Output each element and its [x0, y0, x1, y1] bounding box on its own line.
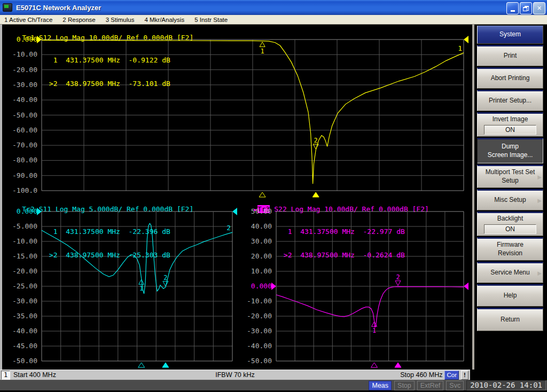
softkey-misc-setup[interactable]: Misc Setup ▶ [477, 189, 543, 210]
restore-button[interactable] [520, 2, 532, 14]
marker-glyph[interactable] [260, 42, 265, 47]
marker-stimulus-triangle[interactable] [259, 192, 265, 197]
restore-icon [523, 6, 529, 11]
marker-stimulus-triangle[interactable] [371, 363, 378, 367]
marker2-readout: >2 438.97500 MHz -0.2624 dB [279, 252, 405, 260]
softkey-return[interactable]: Return [477, 308, 543, 331]
correction-status-badge: Cor [444, 371, 459, 380]
y-axis-label: -30.00 [0, 297, 37, 305]
menu-mkr-analysis[interactable]: 4 Mkr/Analysis [144, 17, 184, 23]
marker2-readout: >2 438.97500 MHz -25.303 dB [45, 252, 170, 260]
y-axis-label: -30.00 [0, 81, 37, 89]
marker-glyph[interactable] [163, 281, 168, 286]
y-axis-label: -80.00 [0, 156, 37, 164]
close-button[interactable]: ✕ [533, 2, 545, 14]
y-axis-label: -10.00 [0, 237, 37, 246]
softkey-value: ON [484, 125, 536, 135]
sweep-stop-badge: Stop [394, 381, 415, 390]
menu-stimulus[interactable]: 3 Stimulus [106, 17, 135, 23]
trace2-marker-readout: 1 431.37500 MHz -22.396 dB >2 438.97500 … [45, 213, 170, 275]
menu-instr-state[interactable]: 5 Instr State [194, 17, 228, 23]
ref-level-arrow-right [464, 36, 468, 43]
marker-stimulus-triangle[interactable] [312, 192, 319, 197]
menu-active-ch-trace[interactable]: 1 Active Ch/Trace [4, 17, 52, 23]
ref-level-arrow-left [37, 36, 42, 43]
softkey-backlight[interactable]: Backlight ON [477, 211, 543, 236]
y-axis-label: -90.00 [0, 171, 37, 180]
y-axis-label: -5.000 [0, 222, 37, 231]
softkey-print[interactable]: Print [477, 45, 543, 66]
trace-number-label: 1 [458, 44, 462, 52]
y-axis-label: -20.00 [0, 267, 37, 276]
marker1-readout: 1 431.37500 MHz -22.396 dB [45, 228, 170, 236]
marker-stimulus-triangle[interactable] [395, 363, 401, 367]
menu-response[interactable]: 2 Response [62, 17, 95, 23]
softkey-label: Abort Printing [491, 74, 530, 83]
channel-number-badge: 1 [1, 371, 10, 380]
y-axis-label: -15.00 [0, 252, 37, 261]
marker1-readout: 1 431.37500 MHz -22.977 dB [279, 228, 405, 236]
marker-glyph[interactable] [395, 281, 401, 286]
datetime-display: 2010-02-26 14:01 [466, 380, 546, 390]
y-axis-label: -30.00 [235, 327, 272, 335]
softkey-label: Invert Image [493, 115, 528, 124]
softkey-printer-setup[interactable]: Printer Setup... [477, 90, 543, 111]
y-axis-label: -35.00 [0, 312, 37, 320]
y-axis-label: -50.00 [0, 111, 37, 120]
y-axis-label: 30.00 [235, 237, 272, 246]
ref-level-arrow-left [271, 283, 276, 290]
ext-ref-badge: ExtRef [417, 381, 444, 390]
softkey-panel: System Print Abort Printing Printer Setu… [472, 25, 547, 370]
meas-status-badge: Meas [369, 381, 392, 390]
y-axis-label: -70.00 [0, 141, 37, 150]
trace3-marker-readout: 1 431.37500 MHz -22.977 dB >2 438.97500 … [279, 213, 405, 275]
app-window: E5071C Network Analyzer ✕ 1 Active Ch/Tr… [0, 0, 547, 392]
marker1-readout: 1 431.37500 MHz -0.9122 dB [45, 57, 170, 65]
softkey-multiport-test-set-setup[interactable]: Multiport Test Set Setup ▶ [477, 164, 543, 188]
softkey-label: Multiport Test Set Setup [486, 168, 535, 185]
marker-number: 2 [163, 274, 167, 281]
app-icon [3, 3, 12, 12]
menu-bar: 1 Active Ch/Trace 2 Response 3 Stimulus … [0, 15, 547, 25]
softkey-label: Print [504, 52, 517, 60]
y-axis-label: -40.00 [0, 327, 37, 335]
channel-status-bar: 1 Start 400 MHz IFBW 70 kHz Stop 460 MHz… [0, 370, 470, 380]
marker-stimulus-triangle[interactable] [162, 363, 169, 367]
y-axis-label: -40.00 [0, 96, 37, 104]
softkey-label: Backlight [497, 215, 523, 223]
y-axis-label: -100.0 [0, 186, 37, 195]
window-title: E5071C Network Analyzer [16, 4, 101, 12]
y-axis-label: -10.00 [235, 297, 272, 305]
softkey-help[interactable]: Help [477, 284, 543, 307]
y-axis-label: 0.000 [0, 35, 37, 44]
close-icon: ✕ [537, 5, 542, 12]
softkey-service-menu[interactable]: Service Menu ▶ [477, 262, 543, 283]
softkey-label: Return [501, 316, 520, 324]
softkey-invert-image[interactable]: Invert Image ON [477, 112, 543, 137]
start-frequency-label: Start 400 MHz [13, 371, 56, 379]
softkey-firmware-revision[interactable]: Firmware Revision [477, 237, 543, 261]
y-axis-label: -50.00 [235, 357, 272, 365]
marker-number: 1 [260, 48, 264, 55]
marker-number: 1 [139, 285, 143, 292]
svc-badge: Svc [446, 381, 464, 390]
y-axis-label: -20.00 [235, 312, 272, 320]
y-axis-label: 40.00 [235, 222, 272, 231]
marker-stimulus-triangle[interactable] [138, 363, 145, 367]
softkey-label: System [499, 30, 521, 39]
softkey-abort-printing[interactable]: Abort Printing [477, 67, 543, 89]
stop-frequency-label: Stop 460 MHz [400, 371, 442, 379]
softkey-dump-screen-image[interactable]: Dump Screen Image... [477, 138, 543, 163]
warning-badge: ! [461, 371, 468, 380]
submenu-arrow-icon: ▶ [537, 174, 542, 180]
ref-level-arrow-right [464, 283, 468, 290]
minimize-button[interactable] [506, 2, 519, 14]
ifbw-label: IFBW 70 kHz [215, 371, 255, 379]
y-axis-label: 20.00 [235, 252, 272, 261]
marker-number: 2 [314, 137, 318, 144]
softkey-value: ON [484, 224, 536, 234]
trace-number-label: 2 [226, 224, 231, 232]
submenu-arrow-icon: ▶ [537, 270, 542, 276]
softkey-label: Dump Screen Image... [488, 143, 533, 159]
softkey-label: Service Menu [490, 269, 529, 277]
